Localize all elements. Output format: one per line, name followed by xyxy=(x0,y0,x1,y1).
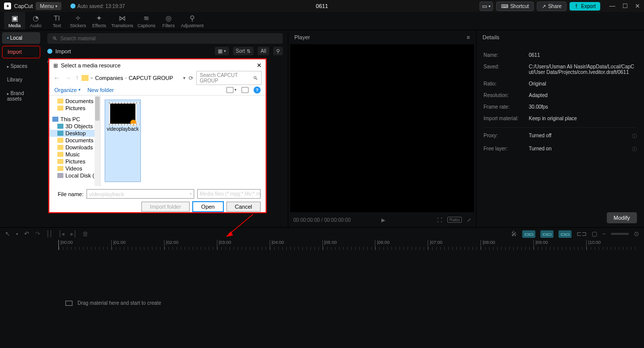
trim-left-icon[interactable]: ⎮◂ xyxy=(58,230,64,237)
view-grid-button[interactable]: ▦ ▾ xyxy=(215,47,229,55)
tab-transitions[interactable]: ⋈Transitions xyxy=(110,12,135,30)
snap-icon[interactable]: ⊏⊐ xyxy=(577,230,587,237)
export-button[interactable]: ⭱Export xyxy=(570,2,600,11)
info-icon[interactable]: ⓘ xyxy=(632,146,637,153)
tab-media[interactable]: ▣Media xyxy=(4,12,25,30)
ruler-tick: |06:00 xyxy=(375,240,428,250)
search-input[interactable]: 🔍︎ Search material xyxy=(47,33,283,44)
sidebar-item-brand-assets[interactable]: ▸ Brand assets xyxy=(2,88,40,105)
mic-icon[interactable]: 🎤︎ xyxy=(511,230,517,237)
filter-all-button[interactable]: All xyxy=(258,47,269,55)
videos-icon xyxy=(57,166,63,171)
player-menu-icon[interactable]: ≡ xyxy=(467,34,470,40)
new-folder-button[interactable]: New folder xyxy=(88,87,114,93)
organize-button[interactable]: Organize ▾ xyxy=(54,87,80,93)
zoom-slider[interactable] xyxy=(611,233,629,235)
file-list[interactable]: videoplayback xyxy=(101,96,266,186)
nav-fwd-icon[interactable]: → xyxy=(64,74,71,82)
scrollbar-thumb[interactable] xyxy=(95,97,100,121)
path-segment[interactable]: CAPCUT GROUP xyxy=(129,75,173,81)
detail-saved-value: C:/Users/Usman Ali Nasir/AppData/Local/C… xyxy=(529,64,637,75)
pointer-tool-icon[interactable]: ↖ xyxy=(5,230,10,237)
tree-item-label[interactable]: This PC xyxy=(60,116,80,122)
open-button[interactable]: Open xyxy=(193,202,223,212)
tree-scrollbar[interactable] xyxy=(95,96,100,186)
file-item-videoplayback[interactable]: videoplayback xyxy=(105,100,141,182)
search-icon: 🔍︎ xyxy=(52,36,57,41)
zoom-out-icon[interactable]: − xyxy=(602,230,606,237)
sidebar-item-local[interactable]: Local xyxy=(2,32,40,44)
filename-input[interactable]: videoplayback▾ xyxy=(87,189,194,199)
zoom-fit-icon[interactable]: ⊙ xyxy=(634,230,639,237)
preview-pane-button[interactable] xyxy=(242,87,249,93)
playhead[interactable] xyxy=(58,240,59,250)
import-folder-button[interactable]: Import folder xyxy=(141,202,190,212)
path-root-icon[interactable]: « xyxy=(91,75,93,80)
folder-icon xyxy=(57,145,63,150)
tab-filters[interactable]: ◎Filters xyxy=(158,12,179,30)
tab-text[interactable]: TIText xyxy=(46,12,67,30)
trim-right-icon[interactable]: ▸⎮ xyxy=(70,230,76,237)
share-button[interactable]: ↗Share xyxy=(537,2,567,11)
sidebar-item-library[interactable]: Library xyxy=(2,74,40,85)
path-dropdown-icon[interactable]: ▾ xyxy=(183,75,186,80)
tab-captions[interactable]: ≋Captions xyxy=(135,12,158,30)
nav-back-icon[interactable]: ← xyxy=(53,74,60,82)
timeline-ruler[interactable]: |00:00|01:00|02:00|03:00|04:00|05:00|06:… xyxy=(0,240,644,250)
view-mode-button[interactable]: ▾ xyxy=(226,87,236,93)
track-option-2[interactable]: ▭▭ xyxy=(540,230,553,238)
sidebar-item-label: Spaces xyxy=(11,63,27,69)
track-option-1[interactable]: ▭▭ xyxy=(522,230,535,238)
preview-icon[interactable]: ▢ xyxy=(592,230,597,237)
sidebar-item-spaces[interactable]: ▸ Spaces xyxy=(2,60,40,72)
tree-item-label[interactable]: Downloads xyxy=(65,144,93,150)
modify-button[interactable]: Modify xyxy=(607,212,637,223)
tab-effects[interactable]: ✦Effects xyxy=(89,12,110,30)
refresh-icon[interactable]: ⟳ xyxy=(189,75,193,81)
transitions-icon: ⋈ xyxy=(119,14,126,22)
maximize-icon[interactable]: ☐ xyxy=(622,3,628,10)
folder-tree[interactable]: Documents Pictures This PC 3D Objects De… xyxy=(49,96,101,186)
redo-icon[interactable]: ↷ xyxy=(35,230,40,237)
dialog-search-input[interactable]: Search CAPCUT GROUP🔍︎ xyxy=(196,71,262,85)
path-segment[interactable]: Companies xyxy=(95,75,123,81)
tree-item-label[interactable]: 3D Objects xyxy=(65,123,93,129)
tree-item-label[interactable]: Desktop xyxy=(65,130,86,136)
sort-button[interactable]: Sort ⇅ xyxy=(233,47,254,55)
tree-item-label[interactable]: Music xyxy=(65,151,80,157)
filter-options-button[interactable]: ⚲ xyxy=(273,47,283,55)
tree-item-label[interactable]: Pictures xyxy=(65,105,86,111)
cancel-button[interactable]: Cancel xyxy=(226,202,261,212)
sidebar-item-import[interactable]: Import xyxy=(2,46,40,58)
delete-icon[interactable]: 🗑 xyxy=(83,230,89,237)
minimize-icon[interactable]: — xyxy=(609,3,615,10)
file-filter-select[interactable]: Media files (*.mpg;*.f4v;*.mov;▾ xyxy=(197,189,261,199)
info-icon[interactable]: ⓘ xyxy=(632,133,637,140)
tab-audio[interactable]: ◔Audio xyxy=(25,12,46,30)
shortcut-label: Shortcut xyxy=(510,4,529,9)
menu-button[interactable]: Menu▾ xyxy=(36,2,61,10)
ratio-button[interactable]: Ratio xyxy=(447,217,462,223)
nav-up-icon[interactable]: ↑ xyxy=(75,74,78,82)
chevron-down-icon[interactable]: ▾ xyxy=(190,192,192,196)
tree-item-label[interactable]: Videos xyxy=(65,165,82,171)
help-icon[interactable]: ? xyxy=(254,86,261,94)
tool-dropdown-icon[interactable]: ▾ xyxy=(16,232,18,236)
snapshot-icon[interactable]: ⛶ xyxy=(437,217,442,223)
track-option-3[interactable]: ▭▭ xyxy=(558,230,572,238)
fullscreen-icon[interactable]: ⤢ xyxy=(467,217,471,223)
split-icon[interactable]: ⎮⎮ xyxy=(46,230,52,237)
ruler-tick: |05:00 xyxy=(323,240,375,250)
tab-adjustment[interactable]: ⚲Adjustment xyxy=(179,12,205,30)
tree-item-label[interactable]: Documents xyxy=(65,98,94,104)
tree-item-label[interactable]: Documents xyxy=(65,137,94,143)
tab-stickers[interactable]: ✧Stickers xyxy=(67,12,89,30)
undo-icon[interactable]: ↶ xyxy=(24,230,29,237)
play-button[interactable]: ▶ xyxy=(381,217,385,223)
detail-proxy-value: Turned off xyxy=(529,133,632,140)
close-icon[interactable]: ✕ xyxy=(635,3,640,10)
tree-item-label[interactable]: Pictures xyxy=(65,158,86,164)
shortcut-button[interactable]: ⌨Shortcut xyxy=(496,2,534,11)
dialog-close-icon[interactable]: ✕ xyxy=(257,62,262,69)
layout-selector[interactable]: ▭▾ xyxy=(479,2,493,11)
